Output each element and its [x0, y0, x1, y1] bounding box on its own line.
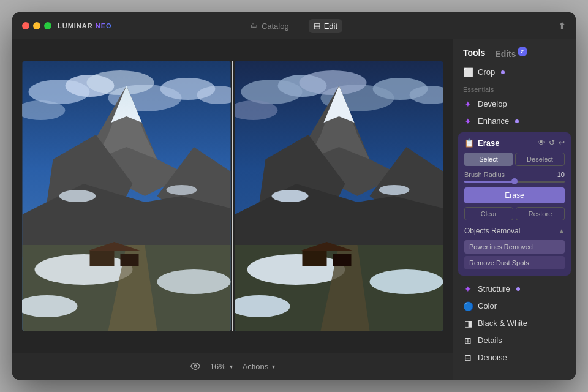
- app-window: LUMINAR NEO 🗂 Catalog ▤ Edit ⬆: [12, 12, 576, 380]
- erase-title: 📋 Erase: [464, 138, 499, 148]
- brush-radius-row: Brush Radius 10: [464, 171, 565, 178]
- erase-panel: 📋 Erase 👁 ↺ ↩ Select Deselect Brush Radi…: [458, 132, 571, 276]
- erase-controls: 👁 ↺ ↩: [538, 138, 565, 147]
- actions-button[interactable]: Actions ▾: [243, 362, 276, 371]
- objects-removal-header[interactable]: Objects Removal ▲: [464, 224, 565, 238]
- traffic-lights: [22, 22, 51, 29]
- bottom-toolbar: 16% ▾ Actions ▾: [12, 353, 453, 380]
- color-icon: 🔵: [463, 301, 473, 311]
- app-logo: LUMINAR NEO: [58, 22, 112, 29]
- objects-chevron-icon: ▲: [559, 227, 565, 234]
- svg-point-31: [300, 70, 367, 95]
- crop-icon: ⬜: [463, 67, 473, 77]
- title-nav: 🗂 Catalog ▤ Edit: [246, 19, 342, 33]
- maximize-button[interactable]: [44, 22, 51, 29]
- tab-edits[interactable]: Edits2: [495, 47, 527, 59]
- close-button[interactable]: [22, 22, 29, 29]
- edit-icon: ▤: [314, 21, 320, 30]
- objects-removal-title: Objects Removal: [464, 227, 520, 235]
- svg-point-14: [59, 190, 96, 202]
- split-view: [22, 61, 443, 331]
- edits-badge: 2: [518, 47, 527, 56]
- select-button[interactable]: Select: [464, 153, 513, 166]
- dust-spots-item[interactable]: Remove Dust Spots: [464, 256, 565, 270]
- image-panel-right: [235, 61, 443, 331]
- right-panel: Tools Edits2 ⬜ Crop Essentials ✦ Develop…: [453, 39, 576, 380]
- zoom-value: 16%: [210, 362, 226, 371]
- svg-rect-23: [121, 254, 139, 266]
- zoom-chevron-icon: ▾: [230, 363, 233, 370]
- zoom-control[interactable]: 16% ▾: [210, 362, 233, 371]
- logo-luminar-text: LUMINAR: [58, 22, 93, 29]
- svg-point-39: [379, 185, 410, 195]
- structure-dot: [516, 287, 520, 291]
- svg-point-42: [370, 270, 443, 294]
- enhance-item[interactable]: ✦ Enhance: [453, 113, 576, 130]
- crop-dot: [501, 70, 505, 74]
- erase-header: 📋 Erase 👁 ↺ ↩: [464, 138, 565, 148]
- svg-rect-21: [90, 251, 115, 266]
- color-item[interactable]: 🔵 Color: [453, 298, 576, 315]
- actions-chevron-icon: ▾: [272, 363, 275, 370]
- powerlines-item[interactable]: Powerlines Removed: [464, 240, 565, 254]
- svg-point-41: [247, 254, 345, 285]
- svg-point-17: [35, 254, 133, 285]
- clear-restore-row: Clear Restore: [464, 207, 565, 221]
- develop-icon: ✦: [463, 99, 473, 109]
- enhance-dot: [515, 119, 519, 123]
- tab-tools[interactable]: Tools: [463, 48, 485, 58]
- develop-item[interactable]: ✦ Develop: [453, 96, 576, 113]
- svg-point-18: [157, 270, 231, 294]
- black-white-item[interactable]: ◨ Black & White: [453, 315, 576, 332]
- share-icon[interactable]: ⬆: [558, 21, 566, 31]
- essentials-label: Essentials: [453, 81, 576, 96]
- slider-fill: [464, 181, 514, 183]
- nav-edit[interactable]: ▤ Edit: [309, 19, 342, 33]
- visibility-icon[interactable]: 👁: [538, 138, 545, 147]
- select-deselect-row: Select Deselect: [464, 153, 565, 166]
- bw-icon: ◨: [463, 318, 473, 328]
- panel-tabs: Tools Edits2: [453, 39, 576, 64]
- eye-icon: [190, 361, 200, 371]
- objects-removal-section: Objects Removal ▲ Powerlines Removed Rem…: [464, 224, 565, 270]
- canvas-area: 16% ▾ Actions ▾: [12, 39, 453, 380]
- catalog-icon: 🗂: [251, 21, 258, 30]
- svg-rect-45: [303, 251, 327, 266]
- svg-point-7: [87, 70, 154, 95]
- bottom-tools: ✦ Structure 🔵 Color ◨ Black & White ⊞ De…: [453, 278, 576, 371]
- nav-catalog[interactable]: 🗂 Catalog: [246, 19, 294, 33]
- logo-neo-text: NEO: [96, 22, 112, 29]
- eye-view-toggle[interactable]: [190, 361, 200, 371]
- erase-button[interactable]: Erase: [464, 187, 565, 203]
- restore-button[interactable]: Restore: [516, 207, 565, 221]
- denoise-icon: ⊟: [463, 353, 473, 363]
- title-right: ⬆: [558, 20, 566, 32]
- split-divider: [232, 61, 233, 331]
- slider-thumb: [511, 178, 518, 184]
- details-item[interactable]: ⊞ Details: [453, 332, 576, 349]
- actions-label: Actions: [243, 362, 269, 371]
- title-bar: LUMINAR NEO 🗂 Catalog ▤ Edit ⬆: [12, 12, 576, 39]
- denoise-item[interactable]: ⊟ Denoise: [453, 349, 576, 366]
- structure-item[interactable]: ✦ Structure: [453, 281, 576, 298]
- details-icon: ⊞: [463, 336, 473, 345]
- structure-icon: ✦: [463, 284, 473, 294]
- svg-point-15: [167, 185, 197, 195]
- erase-panel-icon: 📋: [464, 138, 474, 148]
- svg-rect-47: [333, 254, 352, 266]
- minimize-button[interactable]: [33, 22, 40, 29]
- deselect-button[interactable]: Deselect: [515, 153, 565, 166]
- image-panel-left: [22, 61, 231, 331]
- image-container: [12, 39, 453, 353]
- brush-radius-value: 10: [557, 171, 565, 178]
- undo-icon[interactable]: ↩: [559, 138, 565, 147]
- reset-icon[interactable]: ↺: [549, 138, 555, 147]
- svg-point-48: [194, 365, 197, 368]
- main-content: 16% ▾ Actions ▾ Tools Edits2 ⬜ C: [12, 39, 576, 380]
- enhance-icon: ✦: [463, 116, 473, 126]
- crop-item[interactable]: ⬜ Crop: [453, 64, 576, 81]
- brush-radius-slider[interactable]: [464, 181, 565, 183]
- brush-radius-label: Brush Radius: [464, 171, 505, 178]
- clear-button[interactable]: Clear: [464, 207, 513, 221]
- svg-point-38: [272, 190, 309, 202]
